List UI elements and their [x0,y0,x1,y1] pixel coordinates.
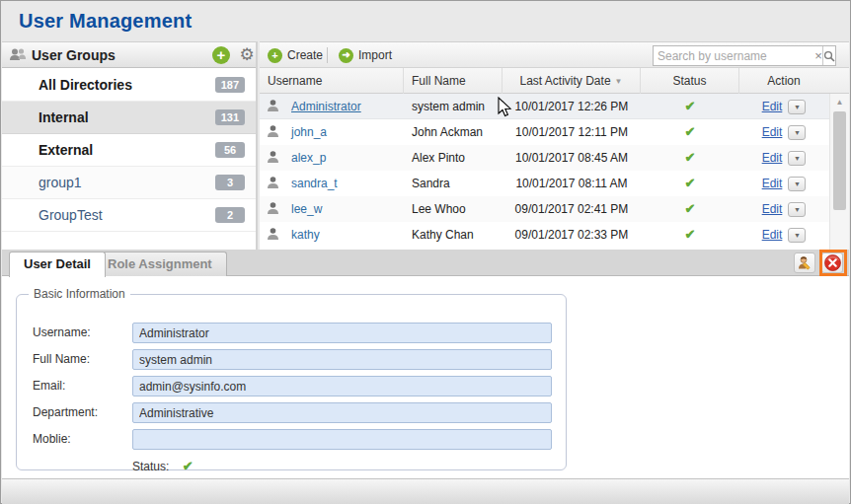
user-groups-icon [9,47,27,63]
gear-icon[interactable]: ⚙ [237,44,257,66]
group-count-badge: 131 [215,109,245,125]
email-field[interactable] [132,376,552,396]
status-check-icon: ✔ [641,196,739,222]
full-name-cell: John Ackman [412,119,503,145]
full-name-field[interactable] [132,349,552,370]
edit-dropdown-button[interactable]: ▼ [788,125,806,140]
user-icon [266,99,283,114]
sort-descending-icon: ▼ [615,77,623,86]
close-button[interactable] [821,252,843,273]
edit-link[interactable]: Edit [762,151,783,165]
scrollbar-thumb[interactable] [833,111,846,210]
group-label: group1 [39,175,82,190]
status-check-icon: ✔ [641,94,739,119]
username-link[interactable]: sandra_t [291,177,338,190]
create-label: Create [287,48,323,62]
sidebar-item-grouptest[interactable]: GroupTest 2 [2,199,256,232]
group-label: All Directories [39,77,132,93]
search-icon[interactable] [822,46,835,65]
group-count-badge: 2 [215,207,245,223]
column-header-full-name[interactable]: Full Name [404,68,503,94]
import-arrow-icon: ➜ [339,48,353,63]
column-header-status[interactable]: Status [641,68,739,94]
edit-link[interactable]: Edit [762,125,783,139]
users-panel: + Create ➜ Import × Username Full Name L… [260,41,849,250]
edit-dropdown-button[interactable]: ▼ [788,100,806,114]
column-label: Last Activity Date [520,74,611,88]
scroll-up-icon[interactable]: ▲ [830,96,849,109]
full-name-cell: Lee Whoo [412,196,503,222]
table-scrollbar[interactable]: ▲ [829,94,849,250]
column-header-action[interactable]: Action [739,68,828,94]
users-toolbar: + Create ➜ Import × [260,41,849,68]
table-row-sandra-t[interactable]: sandra_t Sandra 10/01/2017 08:11 AM ✔ Ed… [260,171,829,196]
tab-user-detail[interactable]: User Detail [9,252,106,277]
user-icon [266,150,283,166]
detail-tab-bar: User Detail Role Assignment [2,250,849,276]
table-header: Username Full Name Last Activity Date▼ S… [260,68,849,94]
last-activity-cell: 10/01/2017 08:45 AM [503,145,641,171]
sidebar-item-internal[interactable]: Internal 131 [2,102,256,134]
edit-dropdown-button[interactable]: ▼ [788,202,806,217]
group-label: External [39,142,93,158]
edit-dropdown-button[interactable]: ▼ [788,228,806,243]
create-button[interactable]: + Create [268,46,323,64]
edit-link[interactable]: Edit [762,177,783,190]
username-field[interactable] [132,323,552,343]
column-header-last-activity[interactable]: Last Activity Date▼ [503,68,641,94]
status-check-icon: ✔ [641,119,739,145]
status-check-icon: ✔ [641,171,739,196]
column-header-username[interactable]: Username [260,68,404,94]
table-row-john-a[interactable]: john_a John Ackman 10/01/2017 12:11 PM ✔… [260,119,829,145]
user-icon [266,176,283,191]
full-name-field-row: Full Name: [33,349,552,370]
mobile-label: Moblie: [33,432,71,446]
status-row: Status: ✔ [132,459,193,473]
username-label: Username: [33,325,91,339]
add-group-button[interactable]: + [212,46,230,64]
sidebar-item-group1[interactable]: group1 3 [2,167,256,199]
status-check-icon: ✔ [641,222,739,248]
page-title: User Management [19,10,192,33]
user-groups-header: User Groups + ⚙ [2,41,256,68]
username-link[interactable]: Administrator [291,100,361,113]
user-groups-panel: User Groups + ⚙ All Directories 187 Inte… [2,41,258,250]
table-row-lee-w[interactable]: lee_w Lee Whoo 09/01/2017 02:41 PM ✔ Edi… [260,196,829,222]
user-icon [266,227,283,243]
search-input[interactable] [654,47,814,64]
edit-dropdown-button[interactable]: ▼ [788,151,806,166]
sidebar-item-external[interactable]: External 56 [2,134,256,167]
user-edit-icon [797,255,812,271]
user-management-window: User Management User Groups + ⚙ All Dire… [0,0,851,504]
sidebar-item-all-directories[interactable]: All Directories 187 [2,69,256,102]
username-link[interactable]: alex_p [291,151,326,165]
status-label: Status: [132,460,169,473]
clear-search-icon[interactable]: × [814,48,822,63]
tab-role-assignment[interactable]: Role Assignment [93,252,227,276]
edit-link[interactable]: Edit [762,100,783,113]
table-row-kathy[interactable]: kathy Kathy Chan 09/01/2017 02:33 PM ✔ E… [260,222,829,248]
edit-dropdown-button[interactable]: ▼ [788,177,806,191]
username-field-row: Username: [33,323,552,343]
edit-user-button[interactable] [794,252,815,273]
username-link[interactable]: lee_w [291,202,322,216]
user-groups-title: User Groups [32,47,116,63]
department-field-row: Department: [33,402,552,423]
close-icon [824,254,841,271]
department-field[interactable] [132,402,552,423]
edit-link[interactable]: Edit [762,202,783,216]
status-check-icon: ✔ [183,459,193,473]
table-row-administrator[interactable]: Administrator system admin 10/01/2017 12… [260,94,829,119]
username-link[interactable]: kathy [291,228,320,242]
toolbar-divider [327,47,328,63]
mobile-field[interactable] [132,429,552,450]
import-button[interactable]: ➜ Import [339,46,392,64]
title-bar: User Management [2,2,849,41]
department-label: Department: [33,405,98,419]
table-row-alex-p[interactable]: alex_p Alex Pinto 10/01/2017 08:45 AM ✔ … [260,145,829,171]
username-link[interactable]: john_a [291,125,327,139]
edit-link[interactable]: Edit [762,228,783,242]
last-activity-cell: 09/01/2017 02:33 PM [503,222,641,248]
last-activity-cell: 10/01/2017 12:11 PM [503,119,641,145]
footer-strip [2,478,849,504]
